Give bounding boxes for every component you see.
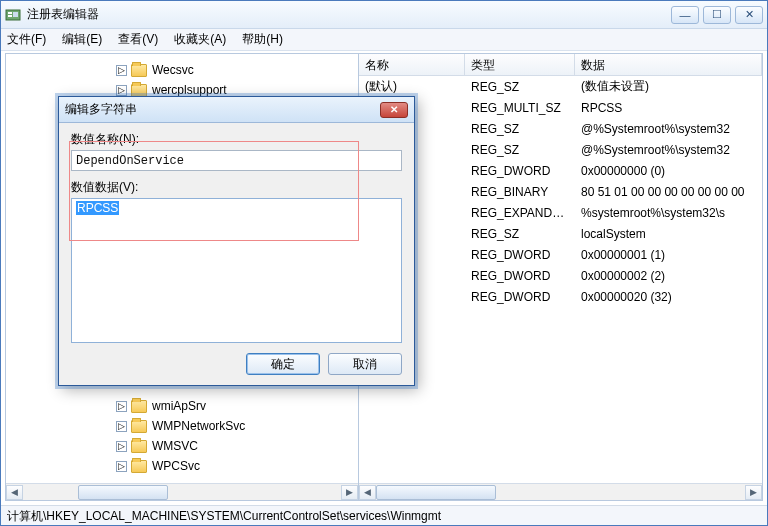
cell-data: %systemroot%\system32\s [575, 206, 762, 220]
tree-node[interactable]: ▷ WMPNetworkSvc [6, 416, 358, 436]
ok-button[interactable]: 确定 [246, 353, 320, 375]
cell-data: @%Systemroot%\system32 [575, 122, 762, 136]
tree-label: WMPNetworkSvc [152, 419, 245, 433]
window-buttons: — ☐ ✕ [671, 6, 763, 24]
value-name-input[interactable] [71, 150, 402, 171]
cell-type: REG_DWORD [465, 269, 575, 283]
window-title: 注册表编辑器 [27, 6, 671, 23]
list-row[interactable]: ActionsREG_BINARY80 51 01 00 00 00 00 00… [359, 181, 762, 202]
expander-icon[interactable]: ▷ [116, 461, 127, 472]
cell-type: REG_BINARY [465, 185, 575, 199]
folder-icon [131, 84, 147, 97]
list-row[interactable]: SidTypeREG_DWORD0x00000001 (1) [359, 244, 762, 265]
cell-type: REG_MULTI_SZ [465, 101, 575, 115]
status-path: 计算机\HKEY_LOCAL_MACHINE\SYSTEM\CurrentCon… [7, 509, 441, 523]
menu-file[interactable]: 文件(F) [7, 31, 46, 48]
folder-icon [131, 440, 147, 453]
folder-icon [131, 64, 147, 77]
cell-type: REG_EXPAND_SZ [465, 206, 575, 220]
svg-rect-1 [8, 12, 12, 14]
scroll-thumb[interactable] [78, 485, 168, 500]
svg-rect-2 [8, 15, 12, 17]
close-button[interactable]: ✕ [735, 6, 763, 24]
value-name-label: 数值名称(N): [71, 131, 402, 148]
folder-icon [131, 460, 147, 473]
scroll-right-icon[interactable]: ▶ [341, 485, 358, 500]
cell-type: REG_DWORD [465, 164, 575, 178]
cell-data: (数值未设置) [575, 78, 762, 95]
tree-hscrollbar[interactable]: ◀ ▶ [6, 483, 358, 500]
list-row[interactable]: NameREG_SZ@%Systemroot%\system32 [359, 139, 762, 160]
cancel-button[interactable]: 取消 [328, 353, 402, 375]
cell-data: 80 51 01 00 00 00 00 00 00 00 [575, 185, 762, 199]
menu-view[interactable]: 查看(V) [118, 31, 158, 48]
list-row[interactable]: (默认)REG_SZ(数值未设置) [359, 76, 762, 97]
list-row[interactable]: REG_DWORD0x00000002 (2) [359, 265, 762, 286]
cell-data: localSystem [575, 227, 762, 241]
tree-node[interactable]: ▷ wmiApSrv [6, 396, 358, 416]
dialog-title: 编辑多字符串 [65, 101, 380, 118]
svg-rect-3 [13, 12, 18, 17]
dialog-close-button[interactable]: ✕ [380, 102, 408, 118]
dialog-titlebar[interactable]: 编辑多字符串 ✕ [59, 97, 414, 123]
scroll-right-icon[interactable]: ▶ [745, 485, 762, 500]
value-data-textarea[interactable]: RPCSS [71, 198, 402, 343]
tree-label: WPCSvc [152, 459, 200, 473]
menu-help[interactable]: 帮助(H) [242, 31, 283, 48]
cell-data: 0x00000001 (1) [575, 248, 762, 262]
tree-node[interactable]: ▷ Wecsvc [6, 60, 358, 80]
col-data[interactable]: 数据 [575, 54, 762, 75]
folder-icon [131, 420, 147, 433]
expander-icon[interactable]: ▷ [116, 401, 127, 412]
menu-favorites[interactable]: 收藏夹(A) [174, 31, 226, 48]
statusbar: 计算机\HKEY_LOCAL_MACHINE\SYSTEM\CurrentCon… [1, 505, 767, 525]
edit-multistring-dialog: 编辑多字符串 ✕ 数值名称(N): 数值数据(V): RPCSS 确定 取消 [58, 96, 415, 386]
list-row[interactable]: dOnSer...REG_MULTI_SZRPCSS [359, 97, 762, 118]
expander-icon[interactable]: ▷ [116, 421, 127, 432]
list-hscrollbar[interactable]: ◀ ▶ [359, 483, 762, 500]
expander-icon[interactable]: ▷ [116, 441, 127, 452]
minimize-button[interactable]: — [671, 6, 699, 24]
col-type[interactable]: 类型 [465, 54, 575, 75]
list-row[interactable]: REG_DWORD0x00000020 (32) [359, 286, 762, 307]
cell-data: 0x00000020 (32) [575, 290, 762, 304]
cell-type: REG_DWORD [465, 290, 575, 304]
cell-data: RPCSS [575, 101, 762, 115]
list-body: (默认)REG_SZ(数值未设置)dOnSer...REG_MULTI_SZRP… [359, 76, 762, 307]
cell-data: 0x00000000 (0) [575, 164, 762, 178]
expander-icon[interactable]: ▷ [116, 85, 127, 96]
cell-type: REG_SZ [465, 80, 575, 94]
selected-text: RPCSS [76, 201, 119, 215]
cell-type: REG_SZ [465, 143, 575, 157]
cell-data: 0x00000002 (2) [575, 269, 762, 283]
cell-type: REG_DWORD [465, 248, 575, 262]
list-pane[interactable]: 名称 类型 数据 (默认)REG_SZ(数值未设置)dOnSer...REG_M… [359, 54, 762, 500]
list-row[interactable]: ntrolREG_DWORD0x00000000 (0) [359, 160, 762, 181]
menubar: 文件(F) 编辑(E) 查看(V) 收藏夹(A) 帮助(H) [1, 29, 767, 51]
tree-node[interactable]: ▷ WMSVC [6, 436, 358, 456]
menu-edit[interactable]: 编辑(E) [62, 31, 102, 48]
tree-node[interactable]: ▷ WPCSvc [6, 456, 358, 476]
list-row[interactable]: NameREG_SZlocalSystem [359, 223, 762, 244]
tree-label: WMSVC [152, 439, 198, 453]
list-header: 名称 类型 数据 [359, 54, 762, 76]
scroll-left-icon[interactable]: ◀ [359, 485, 376, 500]
app-icon [5, 7, 21, 23]
list-row[interactable]: PathREG_EXPAND_SZ%systemroot%\system32\s [359, 202, 762, 223]
maximize-button[interactable]: ☐ [703, 6, 731, 24]
scroll-left-icon[interactable]: ◀ [6, 485, 23, 500]
titlebar: 注册表编辑器 — ☐ ✕ [1, 1, 767, 29]
expander-icon[interactable]: ▷ [116, 65, 127, 76]
tree-label: wmiApSrv [152, 399, 206, 413]
cell-type: REG_SZ [465, 227, 575, 241]
cell-data: @%Systemroot%\system32 [575, 143, 762, 157]
folder-icon [131, 400, 147, 413]
dialog-body: 数值名称(N): 数值数据(V): RPCSS 确定 取消 [59, 123, 414, 385]
list-row[interactable]: ptionREG_SZ@%Systemroot%\system32 [359, 118, 762, 139]
cell-name: (默认) [359, 78, 465, 95]
tree-label: Wecsvc [152, 63, 194, 77]
tree-label: wercplsupport [152, 83, 227, 97]
col-name[interactable]: 名称 [359, 54, 465, 75]
cell-type: REG_SZ [465, 122, 575, 136]
scroll-thumb[interactable] [376, 485, 496, 500]
